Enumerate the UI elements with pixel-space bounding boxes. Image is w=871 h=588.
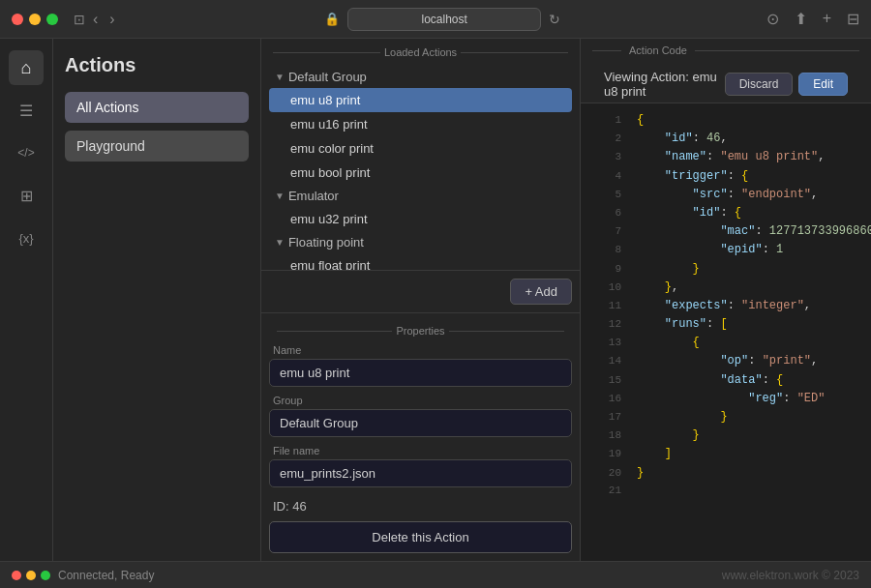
properties-label: Properties — [269, 321, 572, 344]
download-icon[interactable]: ⊙ — [766, 10, 779, 28]
code-line: 18 } — [581, 426, 871, 445]
titlebar-center: 🔒 localhost ↻ — [127, 8, 759, 31]
titlebar: ⊡ ‹ › 🔒 localhost ↻ ⊙ ⬆ + ⊟ — [0, 0, 871, 39]
code-line: 12 "runs": [ — [581, 315, 871, 334]
plus-icon[interactable]: + — [823, 10, 831, 28]
code-title-row: Viewing Action: emu u8 print Discard Edi… — [592, 62, 859, 103]
properties-section: Properties Name Group File name ID: 46 D… — [261, 312, 580, 561]
forward-button[interactable]: › — [105, 9, 118, 30]
group-emulator[interactable]: ▼ Emulator — [269, 185, 572, 207]
delete-action-button[interactable]: Delete this Action — [269, 521, 572, 553]
actions-list: ▼ Default Group emu u8 print emu u16 pri… — [261, 62, 580, 270]
code-line: 4 "trigger": { — [581, 167, 871, 186]
code-line: 16 "reg": "ED" — [581, 390, 871, 408]
minimize-button[interactable] — [29, 14, 41, 25]
left-panel: Actions All Actions Playground — [53, 39, 261, 561]
nav-controls: ⊡ ‹ › — [74, 9, 119, 30]
status-yellow — [26, 571, 36, 580]
code-line: 11 "expects": "integer", — [581, 297, 871, 315]
filename-label: File name — [269, 445, 572, 456]
page-title: Actions — [65, 50, 249, 84]
group-emulator-label: Emulator — [288, 189, 339, 203]
code-line: 21 — [581, 483, 871, 500]
action-emu-u32-print[interactable]: emu u32 print — [269, 207, 572, 231]
right-panel: Action Code Viewing Action: emu u8 print… — [581, 39, 871, 561]
name-field: Name — [269, 344, 572, 387]
code-line: 14 "op": "print", — [581, 352, 871, 370]
code-line: 5 "src": "endpoint", — [581, 186, 871, 204]
status-lights — [12, 571, 50, 580]
group-floating-point[interactable]: ▼ Floating point — [269, 231, 572, 253]
all-actions-button[interactable]: All Actions — [65, 92, 249, 123]
security-icon: 🔒 — [324, 12, 340, 26]
loaded-actions-section: Loaded Actions ▼ Default Group emu u8 pr… — [261, 39, 580, 312]
sidebar-item-variable[interactable]: {x} — [9, 220, 44, 255]
group-input[interactable] — [269, 409, 572, 437]
status-red — [12, 571, 21, 580]
refresh-icon[interactable]: ↻ — [549, 12, 560, 27]
chevron-down-icon: ▼ — [275, 191, 285, 201]
sidebar-item-table[interactable]: ⊞ — [9, 178, 44, 213]
back-button[interactable]: ‹ — [89, 9, 102, 30]
code-line: 8 "epid": 1 — [581, 241, 871, 259]
code-line: 6 "id": { — [581, 204, 871, 222]
code-header: Action Code Viewing Action: emu u8 print… — [581, 39, 871, 103]
add-action-button[interactable]: + Add — [510, 279, 572, 305]
middle-panel: Loaded Actions ▼ Default Group emu u8 pr… — [261, 39, 581, 561]
statusbar: Connected, Ready www.elektron.work © 202… — [0, 561, 871, 588]
traffic-lights — [12, 14, 58, 25]
code-action-buttons: Discard Edit — [725, 73, 848, 96]
sidebar-item-code[interactable]: </> — [9, 135, 44, 170]
url-bar[interactable]: localhost — [347, 8, 541, 31]
code-line: 2 "id": 46, — [581, 130, 871, 148]
app-body: ⌂ ☰ </> ⊞ {x} Actions All Actions Playgr… — [0, 39, 871, 561]
action-emu-float-print[interactable]: emu float print — [269, 253, 572, 270]
loaded-actions-label: Loaded Actions — [261, 39, 580, 62]
close-button[interactable] — [12, 14, 23, 25]
code-line: 13 { — [581, 334, 871, 352]
sidebar-item-list[interactable]: ☰ — [9, 93, 44, 128]
code-line: 3 "name": "emu u8 print", — [581, 148, 871, 166]
action-emu-bool-print[interactable]: emu bool print — [269, 161, 572, 185]
titlebar-actions: ⊙ ⬆ + ⊟ — [766, 10, 859, 28]
action-emu-u8-print[interactable]: emu u8 print — [269, 88, 572, 112]
window-icon: ⊡ — [74, 12, 85, 27]
panels-icon[interactable]: ⊟ — [847, 10, 859, 28]
sidebar-item-home[interactable]: ⌂ — [9, 50, 44, 85]
watermark: www.elektron.work © 2023 — [722, 569, 859, 582]
id-text: ID: 46 — [269, 495, 572, 521]
discard-button[interactable]: Discard — [725, 73, 794, 96]
filename-field: File name — [269, 445, 572, 487]
group-default[interactable]: ▼ Default Group — [269, 66, 572, 88]
chevron-down-icon: ▼ — [275, 237, 285, 248]
code-line: 7 "mac": 127713733996860, — [581, 222, 871, 241]
status-text: Connected, Ready — [58, 569, 154, 582]
chevron-down-icon: ▼ — [275, 72, 285, 82]
group-label: Group — [269, 395, 572, 406]
viewing-action-text: Viewing Action: emu u8 print — [604, 70, 725, 99]
add-button-row: + Add — [261, 270, 580, 312]
code-line: 10 }, — [581, 279, 871, 297]
playground-button[interactable]: Playground — [65, 131, 249, 162]
name-label: Name — [269, 344, 572, 356]
action-emu-color-print[interactable]: emu color print — [269, 136, 572, 161]
code-editor: 1 { 2 "id": 46, 3 "name": "emu u8 print"… — [581, 103, 871, 561]
code-line: 1 { — [581, 111, 871, 130]
share-icon[interactable]: ⬆ — [795, 10, 807, 28]
maximize-button[interactable] — [46, 14, 58, 25]
group-field: Group — [269, 395, 572, 437]
code-line: 19 ] — [581, 445, 871, 463]
status-green — [41, 571, 50, 580]
name-input[interactable] — [269, 359, 572, 387]
sidebar: ⌂ ☰ </> ⊞ {x} — [0, 39, 53, 561]
code-line: 15 "data": { — [581, 371, 871, 390]
action-code-label: Action Code — [621, 44, 695, 56]
edit-button[interactable]: Edit — [798, 73, 848, 96]
code-line: 20 } — [581, 464, 871, 483]
code-line: 9 } — [581, 260, 871, 279]
filename-input[interactable] — [269, 459, 572, 487]
action-emu-u16-print[interactable]: emu u16 print — [269, 112, 572, 136]
group-floating-label: Floating point — [288, 235, 364, 250]
group-default-label: Default Group — [288, 70, 367, 84]
code-line: 17 } — [581, 408, 871, 426]
